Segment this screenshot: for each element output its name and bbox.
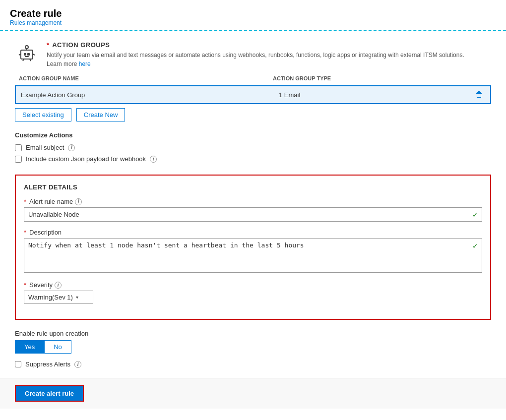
toggle-btn-group: Yes No bbox=[15, 340, 491, 354]
learn-more-link[interactable]: here bbox=[79, 60, 91, 67]
page-header: Create rule Rules management bbox=[0, 0, 506, 31]
create-alert-rule-button[interactable]: Create alert rule bbox=[15, 385, 84, 402]
alert-rule-name-group: * Alert rule name i ✓ bbox=[24, 198, 482, 222]
action-groups-section: * ACTION GROUPS Notify your team via ema… bbox=[15, 41, 491, 163]
svg-rect-1 bbox=[24, 53, 26, 56]
description-check-icon: ✓ bbox=[472, 242, 478, 250]
create-new-button[interactable]: Create New bbox=[76, 108, 126, 121]
table-headers: ACTION GROUP NAME ACTION GROUP TYPE bbox=[15, 73, 491, 83]
suppress-alerts-label: Suppress Alerts bbox=[25, 360, 70, 368]
description-textarea[interactable] bbox=[24, 238, 482, 273]
json-payload-info-icon[interactable]: i bbox=[150, 156, 157, 163]
severity-label: * Severity i bbox=[24, 281, 482, 289]
alert-rule-name-wrapper: ✓ bbox=[24, 207, 482, 222]
action-group-buttons: Select existing Create New bbox=[15, 108, 491, 121]
enable-rule-label: Enable rule upon creation bbox=[15, 330, 491, 337]
alert-rule-name-check-icon: ✓ bbox=[472, 211, 478, 219]
enable-yes-button[interactable]: Yes bbox=[15, 340, 44, 354]
enable-no-button[interactable]: No bbox=[44, 340, 71, 354]
footer-bar: Create alert rule bbox=[0, 378, 506, 409]
action-groups-description: Notify your team via email and text mess… bbox=[47, 51, 464, 68]
section-title-block: * ACTION GROUPS Notify your team via ema… bbox=[47, 41, 464, 68]
section-header-row: * ACTION GROUPS Notify your team via ema… bbox=[15, 41, 491, 68]
customize-actions-title: Customize Actions bbox=[15, 131, 491, 139]
col-type-header: ACTION GROUP TYPE bbox=[273, 75, 372, 81]
action-group-type: 1 Email bbox=[274, 87, 468, 103]
enable-rule-section: Enable rule upon creation Yes No bbox=[15, 330, 491, 354]
severity-chevron-icon: ▾ bbox=[76, 295, 78, 300]
suppress-alerts-row: Suppress Alerts i bbox=[15, 360, 491, 368]
suppress-alerts-info-icon[interactable]: i bbox=[74, 361, 81, 368]
email-subject-row: Email subject i bbox=[15, 144, 491, 151]
email-subject-label: Email subject bbox=[26, 144, 64, 151]
alert-rule-name-info-icon[interactable]: i bbox=[75, 198, 82, 205]
alert-details-section: ALERT DETAILS * Alert rule name i ✓ * De… bbox=[15, 175, 491, 320]
customize-actions: Customize Actions Email subject i Includ… bbox=[15, 131, 491, 163]
description-group: * Description ✓ bbox=[24, 229, 482, 274]
robot-icon bbox=[15, 41, 39, 65]
required-star: * bbox=[47, 41, 50, 49]
json-payload-label: Include custom Json payload for webhook bbox=[26, 155, 146, 163]
email-subject-info-icon[interactable]: i bbox=[68, 144, 75, 151]
alert-rule-name-input[interactable] bbox=[24, 207, 482, 222]
json-payload-checkbox[interactable] bbox=[15, 156, 22, 163]
action-group-name: Example Action Group bbox=[16, 87, 274, 103]
severity-dropdown[interactable]: Warning(Sev 1) ▾ bbox=[24, 291, 93, 304]
severity-group: * Severity i Warning(Sev 1) ▾ bbox=[24, 281, 482, 304]
description-wrapper: ✓ bbox=[24, 238, 482, 274]
suppress-alerts-checkbox[interactable] bbox=[15, 361, 21, 367]
main-content: * ACTION GROUPS Notify your team via ema… bbox=[0, 31, 506, 378]
page-title: Create rule bbox=[10, 8, 496, 19]
select-existing-button[interactable]: Select existing bbox=[15, 108, 71, 121]
alert-details-title: ALERT DETAILS bbox=[24, 183, 482, 191]
severity-info-icon[interactable]: i bbox=[55, 282, 62, 289]
json-payload-row: Include custom Json payload for webhook … bbox=[15, 155, 491, 163]
action-group-row: Example Action Group 1 Email 🗑 bbox=[15, 85, 491, 104]
email-subject-checkbox[interactable] bbox=[15, 144, 22, 151]
col-name-header: ACTION GROUP NAME bbox=[15, 75, 273, 81]
severity-value: Warning(Sev 1) bbox=[28, 294, 73, 301]
breadcrumb: Rules management bbox=[10, 19, 496, 26]
alert-rule-name-label: * Alert rule name i bbox=[24, 198, 482, 205]
svg-rect-2 bbox=[27, 53, 30, 56]
delete-action-group-button[interactable]: 🗑 bbox=[468, 86, 490, 103]
description-label: * Description bbox=[24, 229, 482, 236]
svg-point-5 bbox=[25, 46, 28, 49]
action-groups-label: * ACTION GROUPS bbox=[47, 41, 464, 49]
svg-rect-3 bbox=[25, 56, 29, 57]
svg-rect-0 bbox=[21, 50, 33, 59]
